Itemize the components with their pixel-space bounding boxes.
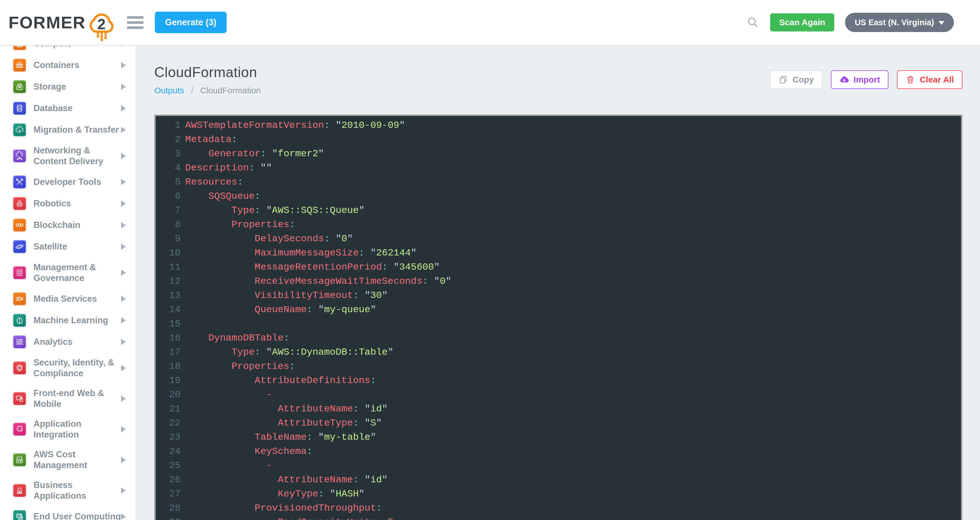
breadcrumb: Outputs / CloudFormation: [154, 86, 261, 95]
code-line: 17 Type: "AWS::DynamoDB::Table": [156, 345, 961, 359]
chevron-right-icon: [121, 105, 126, 111]
code-line: 19 AttributeDefinitions:: [156, 374, 961, 388]
copy-button[interactable]: Copy: [770, 70, 822, 89]
scan-again-button[interactable]: Scan Again: [770, 13, 834, 32]
line-number: 10: [156, 246, 181, 260]
generate-button[interactable]: Generate (3): [155, 12, 227, 33]
menu-toggle-icon[interactable]: [127, 16, 143, 29]
chevron-right-icon: [121, 487, 126, 494]
sidebar-item-database[interactable]: Database: [0, 97, 135, 119]
line-number: 24: [156, 444, 181, 458]
region-selector[interactable]: US East (N. Virginia): [845, 13, 954, 32]
sidebar-item-migration-transfer[interactable]: Migration & Transfer: [0, 119, 135, 141]
chevron-right-icon: [121, 270, 126, 276]
trash-icon: [905, 75, 915, 84]
sidebar-item-blockchain[interactable]: Blockchain: [0, 214, 135, 236]
line-number: 18: [156, 359, 181, 374]
code-line: 23 TableName: "my-table": [156, 430, 961, 444]
chevron-right-icon: [121, 200, 126, 207]
sidebar-item-label: Front-end Web & Mobile: [33, 388, 121, 409]
sidebar-item-label: Security, Identity, & Compliance: [33, 357, 121, 379]
ml-icon: [13, 314, 26, 327]
chevron-right-icon: [121, 222, 126, 228]
compute-icon: [13, 46, 26, 50]
networking-icon: [13, 149, 26, 162]
breadcrumb-outputs-link[interactable]: Outputs: [154, 86, 184, 95]
line-number: 26: [156, 473, 181, 487]
code-line: 11 MessageRetentionPeriod: "345600": [156, 260, 961, 274]
chevron-right-icon: [121, 84, 126, 90]
line-number: 15: [156, 317, 181, 331]
search-icon[interactable]: [746, 16, 759, 29]
clear-all-button[interactable]: Clear All: [897, 70, 963, 89]
line-number: 16: [156, 331, 181, 345]
management-icon: [13, 266, 26, 279]
sidebar-item-label: Database: [33, 103, 121, 114]
import-button[interactable]: Import: [831, 70, 888, 89]
code-line: 14 QueueName: "my-queue": [156, 302, 961, 317]
code-line: 9 DelaySeconds: "0": [156, 232, 961, 246]
sidebar-item-machine-learning[interactable]: Machine Learning: [0, 310, 135, 331]
cloud-upload-icon: [839, 75, 849, 84]
code-line: 18 Properties:: [156, 359, 961, 374]
sidebar-item-management-governance[interactable]: Management & Governance: [0, 258, 135, 288]
line-number: 17: [156, 345, 181, 359]
chevron-right-icon: [121, 46, 126, 47]
sidebar-item-storage[interactable]: Storage: [0, 76, 135, 97]
code-line: 16 DynamoDBTable:: [156, 331, 961, 345]
sidebar-item-business-applications[interactable]: Business Applications: [0, 475, 135, 506]
line-number: 14: [156, 302, 181, 317]
chevron-right-icon: [121, 457, 126, 463]
frontend-icon: [13, 392, 26, 405]
chevron-right-icon: [121, 243, 126, 250]
sidebar-item-containers[interactable]: Containers: [0, 54, 135, 76]
storage-icon: [13, 80, 26, 93]
line-number: 3: [156, 146, 181, 161]
code-line: 28 ProvisionedThroughput:: [156, 501, 961, 515]
code-line: 6 SQSQueue:: [156, 189, 961, 203]
sidebar-item-application-integration[interactable]: Application Integration: [0, 414, 135, 445]
line-number: 4: [156, 161, 181, 175]
sidebar-item-end-user-computing[interactable]: End User Computing: [0, 506, 135, 520]
code-line: 10 MaximumMessageSize: "262144": [156, 246, 961, 260]
sidebar-item-aws-cost-management[interactable]: AWS Cost Management: [0, 445, 135, 475]
sidebar-item-label: Analytics: [33, 337, 121, 347]
app-header: FORMER 2 Generate (3) Scan Again US East…: [0, 0, 980, 45]
enduser-icon: [13, 510, 26, 520]
sidebar-item-label: Developer Tools: [33, 177, 121, 188]
sidebar-item-label: End User Computing: [33, 511, 121, 520]
code-line: 26 AttributeName: "id": [156, 473, 961, 487]
sidebar-item-label: Business Applications: [33, 480, 121, 501]
sidebar-item-label: AWS Cost Management: [33, 449, 121, 471]
line-number: 6: [156, 189, 181, 203]
sidebar-item-media-services[interactable]: Media Services: [0, 288, 135, 310]
code-line: 4 Description: "": [156, 161, 961, 175]
sidebar-item-label: Compute: [33, 46, 121, 49]
code-line: 7 Type: "AWS::SQS::Queue": [156, 203, 961, 218]
sidebar-item-satellite[interactable]: Satellite: [0, 236, 135, 258]
sidebar-item-compute[interactable]: Compute: [0, 46, 135, 54]
sidebar-item-analytics[interactable]: Analytics: [0, 331, 135, 353]
line-number: 12: [156, 274, 181, 288]
sidebar-item-label: Storage: [33, 81, 121, 92]
logo-text: FORMER: [8, 13, 86, 32]
former2-logo: FORMER 2: [8, 0, 119, 45]
satellite-icon: [13, 240, 26, 253]
line-number: 13: [156, 288, 181, 302]
sidebar-item-label: Containers: [33, 60, 121, 71]
chevron-right-icon: [121, 296, 126, 302]
code-line: 3 Generator: "former2": [156, 146, 961, 161]
action-buttons: Copy Import Clear All: [770, 70, 963, 89]
chevron-right-icon: [121, 426, 126, 433]
sidebar-item-security-identity-compliance[interactable]: Security, Identity, & Compliance: [0, 353, 135, 383]
sidebar-item-robotics[interactable]: Robotics: [0, 193, 135, 214]
sidebar-item-networking-content-delivery[interactable]: Networking & Content Delivery: [0, 141, 135, 171]
sidebar-item-developer-tools[interactable]: Developer Tools: [0, 171, 135, 193]
database-icon: [13, 102, 26, 115]
sidebar-item-label: Media Services: [33, 293, 121, 304]
sidebar-item-front-end-web-mobile[interactable]: Front-end Web & Mobile: [0, 383, 135, 414]
logo-number: 2: [97, 16, 106, 32]
yaml-code-editor[interactable]: 1 AWSTemplateFormatVersion: "2010-09-09"…: [154, 114, 963, 520]
line-number: 8: [156, 218, 181, 232]
sidebar-item-label: Machine Learning: [33, 315, 121, 326]
